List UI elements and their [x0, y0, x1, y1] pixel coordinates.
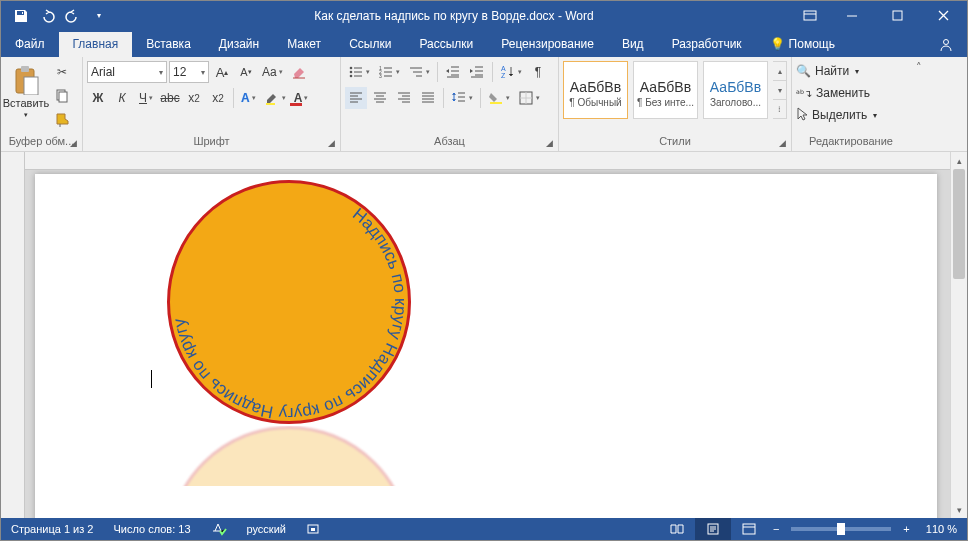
font-dialog-launcher-icon[interactable]: ◢ — [324, 136, 338, 150]
shading-icon[interactable] — [485, 87, 513, 109]
scroll-down-icon[interactable]: ▾ — [951, 501, 967, 518]
spellcheck-icon[interactable] — [201, 518, 237, 540]
paragraph-dialog-launcher-icon[interactable]: ◢ — [542, 136, 556, 150]
justify-icon[interactable] — [417, 87, 439, 109]
subscript-icon[interactable]: x2 — [183, 87, 205, 109]
svg-point-11 — [350, 75, 353, 78]
style-no-spacing[interactable]: АаБбВв ¶ Без инте... — [633, 61, 698, 119]
replace-button[interactable]: ᵃᵇ↴ Заменить — [796, 83, 883, 103]
bullets-icon[interactable] — [345, 61, 373, 83]
align-left-icon[interactable] — [345, 87, 367, 109]
sort-icon[interactable]: AZ — [497, 61, 525, 83]
macro-recording-icon[interactable] — [296, 518, 330, 540]
page-scroll-region[interactable]: Надпись по кругу Надпись по кругу Надпис… — [25, 170, 950, 518]
decrease-indent-icon[interactable] — [442, 61, 464, 83]
minimize-button[interactable] — [829, 1, 875, 30]
tab-layout[interactable]: Макет — [273, 32, 335, 57]
collapse-ribbon-icon[interactable]: ˄ — [916, 61, 922, 74]
copy-icon[interactable] — [51, 85, 73, 107]
shrink-font-icon[interactable]: A▾ — [235, 61, 257, 83]
zoom-slider[interactable] — [791, 527, 891, 531]
wordart-circular-text[interactable]: Надпись по кругу Надпись по кругу Надпис… — [153, 170, 425, 438]
tab-review[interactable]: Рецензирование — [487, 32, 608, 57]
styles-up-icon[interactable]: ▴ — [773, 62, 786, 80]
line-spacing-icon[interactable] — [448, 87, 476, 109]
tab-insert[interactable]: Вставка — [132, 32, 205, 57]
replace-icon: ᵃᵇ↴ — [796, 88, 812, 99]
scroll-track[interactable] — [951, 169, 967, 501]
tab-developer[interactable]: Разработчик — [658, 32, 756, 57]
zoom-out-button[interactable]: − — [767, 518, 785, 540]
zoom-level[interactable]: 110 % — [916, 518, 967, 540]
vertical-scrollbar[interactable]: ▴ ▾ — [950, 152, 967, 518]
chevron-down-icon: ▾ — [873, 111, 877, 120]
qat-customize-icon[interactable]: ▾ — [87, 4, 111, 28]
format-painter-icon[interactable] — [51, 109, 73, 131]
font-color-icon[interactable]: A — [291, 87, 312, 109]
paste-button[interactable]: Вставить ▾ — [5, 59, 47, 125]
grow-font-icon[interactable]: A▴ — [211, 61, 233, 83]
align-center-icon[interactable] — [369, 87, 391, 109]
increase-indent-icon[interactable] — [466, 61, 488, 83]
document-page[interactable]: Надпись по кругу Надпись по кругу Надпис… — [35, 174, 937, 518]
styles-dialog-launcher-icon[interactable]: ◢ — [775, 136, 789, 150]
read-mode-icon[interactable] — [659, 518, 695, 540]
horizontal-ruler[interactable] — [25, 152, 950, 170]
underline-icon[interactable]: Ч — [135, 87, 157, 109]
change-case-icon[interactable]: Aa — [259, 61, 286, 83]
ribbon-display-controls — [797, 4, 829, 28]
tellme-search[interactable]: 💡 Помощь — [756, 32, 849, 57]
italic-icon[interactable]: К — [111, 87, 133, 109]
undo-icon[interactable] — [35, 4, 59, 28]
share-icon[interactable] — [931, 32, 961, 57]
align-right-icon[interactable] — [393, 87, 415, 109]
strikethrough-icon[interactable]: abc — [159, 87, 181, 109]
zoom-slider-handle[interactable] — [837, 523, 845, 535]
font-size-combobox[interactable]: 12▾ — [169, 61, 209, 83]
tab-home[interactable]: Главная — [59, 32, 133, 57]
bold-icon[interactable]: Ж — [87, 87, 109, 109]
close-button[interactable] — [921, 1, 967, 30]
select-button[interactable]: Выделить ▾ — [796, 105, 883, 125]
styles-more-icon[interactable]: ⁞ — [773, 99, 786, 118]
svg-text:Z: Z — [501, 72, 506, 79]
tab-file[interactable]: Файл — [1, 32, 59, 57]
tab-view[interactable]: Вид — [608, 32, 658, 57]
maximize-button[interactable] — [875, 1, 921, 30]
chevron-down-icon: ▾ — [855, 67, 859, 76]
font-name-combobox[interactable]: Arial▾ — [87, 61, 167, 83]
svg-point-9 — [350, 67, 353, 70]
style-normal[interactable]: АаБбВв ¶ Обычный — [563, 61, 628, 119]
font-name-value: Arial — [91, 65, 115, 79]
document-area: Надпись по кругу Надпись по кругу Надпис… — [1, 152, 967, 518]
numbering-icon[interactable]: 123 — [375, 61, 403, 83]
save-icon[interactable] — [9, 4, 33, 28]
styles-down-icon[interactable]: ▾ — [773, 80, 786, 99]
language-indicator[interactable]: русский — [237, 518, 296, 540]
clear-formatting-icon[interactable] — [288, 61, 310, 83]
tab-mailings[interactable]: Рассылки — [405, 32, 487, 57]
redo-icon[interactable] — [61, 4, 85, 28]
find-button[interactable]: 🔍 Найти ▾ — [796, 61, 883, 81]
word-count[interactable]: Число слов: 13 — [103, 518, 200, 540]
cut-icon[interactable]: ✂ — [51, 61, 73, 83]
borders-icon[interactable] — [515, 87, 543, 109]
page-indicator[interactable]: Страница 1 из 2 — [1, 518, 103, 540]
ribbon-options-icon[interactable] — [797, 4, 823, 28]
vertical-ruler[interactable] — [1, 152, 25, 518]
scroll-thumb[interactable] — [953, 169, 965, 279]
web-layout-icon[interactable] — [731, 518, 767, 540]
style-heading1[interactable]: АаБбВв Заголово... — [703, 61, 768, 119]
clipboard-dialog-launcher-icon[interactable]: ◢ — [66, 136, 80, 150]
highlight-icon[interactable] — [261, 87, 289, 109]
print-layout-icon[interactable] — [695, 518, 731, 540]
tab-design[interactable]: Дизайн — [205, 32, 273, 57]
multilevel-list-icon[interactable] — [405, 61, 433, 83]
zoom-in-button[interactable]: + — [897, 518, 915, 540]
scroll-up-icon[interactable]: ▴ — [951, 152, 967, 169]
tab-references[interactable]: Ссылки — [335, 32, 405, 57]
lightbulb-icon: 💡 — [770, 32, 785, 57]
show-marks-icon[interactable]: ¶ — [527, 61, 549, 83]
superscript-icon[interactable]: x2 — [207, 87, 229, 109]
text-effects-icon[interactable]: A — [238, 87, 259, 109]
